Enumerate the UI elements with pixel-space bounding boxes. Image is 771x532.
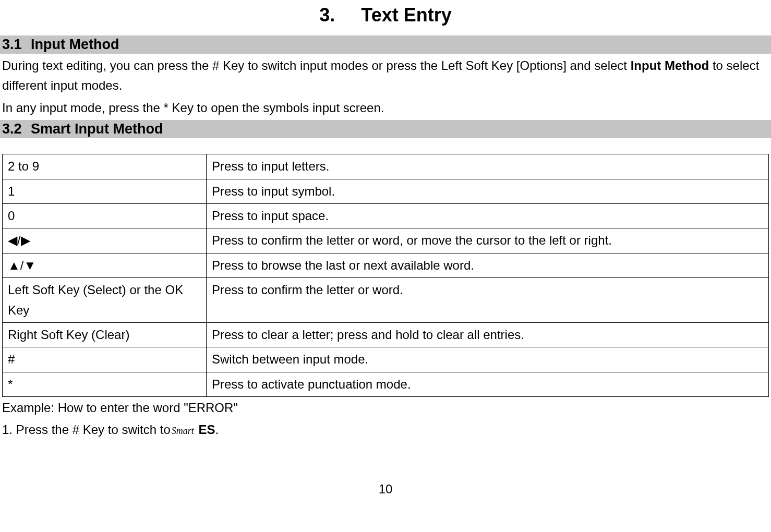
- example-step-1: 1. Press the # Key to switch toSmart ES.: [2, 420, 769, 440]
- text-run: Example: How to enter the word "ERROR": [2, 401, 238, 415]
- desc-cell: Switch between input mode.: [207, 347, 769, 372]
- table-row: 1 Press to input symbol.: [3, 179, 769, 203]
- section-3-1-paragraph-1: During text editing, you can press the #…: [2, 56, 769, 96]
- table-row: 0 Press to input space.: [3, 203, 769, 228]
- key-cell: Left Soft Key (Select) or the OK Key: [3, 278, 207, 323]
- table-row: ▲/▼ Press to browse the last or next ava…: [3, 253, 769, 277]
- text-run: .: [215, 422, 219, 437]
- section-3-1-paragraph-2: In any input mode, press the * Key to op…: [2, 98, 769, 118]
- key-cell: 2 to 9: [3, 154, 207, 179]
- section-title: Smart Input Method: [31, 121, 163, 137]
- chapter-number: 3.: [319, 4, 335, 26]
- smart-input-icon: Smart: [171, 424, 195, 439]
- bold-text: ES: [195, 422, 215, 437]
- desc-cell: Press to confirm the letter or word, or …: [207, 228, 769, 253]
- text-run: During text editing, you can press the #…: [2, 58, 631, 72]
- key-cell: #: [3, 347, 207, 372]
- section-number: 3.1: [2, 37, 22, 52]
- desc-cell: Press to activate punctuation mode.: [207, 372, 769, 396]
- table-row: # Switch between input mode.: [3, 347, 769, 372]
- key-cell: Right Soft Key (Clear): [3, 322, 207, 347]
- section-title: Input Method: [31, 37, 119, 52]
- text-run: 1. Press the # Key to switch to: [2, 422, 171, 437]
- desc-cell: Press to confirm the letter or word.: [207, 278, 769, 323]
- table-row: Left Soft Key (Select) or the OK Key Pre…: [3, 278, 769, 323]
- table-row: ◀/▶ Press to confirm the letter or word,…: [3, 228, 769, 253]
- desc-cell: Press to input letters.: [207, 154, 769, 179]
- desc-cell: Press to input space.: [207, 203, 769, 228]
- section-3-1-heading: 3.1 Input Method: [0, 35, 771, 54]
- desc-cell: Press to clear a letter; press and hold …: [207, 322, 769, 347]
- section-3-2-heading: 3.2 Smart Input Method: [0, 120, 771, 138]
- example-title: Example: How to enter the word "ERROR": [2, 398, 769, 418]
- text-run: In any input mode, press the * Key to op…: [2, 101, 384, 115]
- desc-cell: Press to browse the last or next availab…: [207, 253, 769, 277]
- section-number: 3.2: [2, 121, 22, 137]
- table-row: Right Soft Key (Clear) Press to clear a …: [3, 322, 769, 347]
- chapter-name: Text Entry: [361, 4, 451, 26]
- bold-text: Input Method: [631, 58, 709, 72]
- page-number: 10: [0, 482, 771, 497]
- chapter-title: 3. Text Entry: [0, 4, 771, 26]
- key-cell: *: [3, 372, 207, 396]
- key-cell: 1: [3, 179, 207, 203]
- key-cell: 0: [3, 203, 207, 228]
- key-function-table: 2 to 9 Press to input letters. 1 Press t…: [2, 154, 769, 397]
- key-cell: ◀/▶: [3, 228, 207, 253]
- key-cell: ▲/▼: [3, 253, 207, 277]
- table-row: * Press to activate punctuation mode.: [3, 372, 769, 396]
- table-row: 2 to 9 Press to input letters.: [3, 154, 769, 179]
- desc-cell: Press to input symbol.: [207, 179, 769, 203]
